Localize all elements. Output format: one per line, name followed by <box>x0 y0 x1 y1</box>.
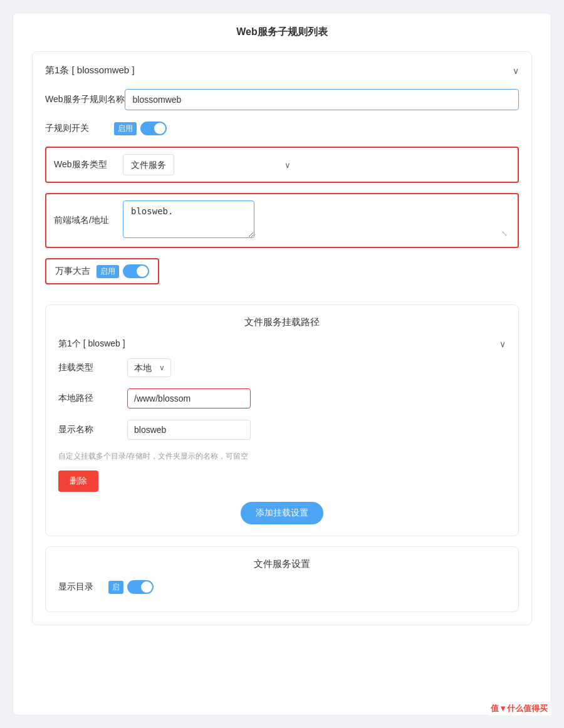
frontend-domain-outline: 前端域名/地址 blosweb. ⤡ <box>45 193 519 248</box>
mount-type-row: 挂载类型 本地 远程 S3 <box>58 358 506 377</box>
mount-hint-text: 自定义挂载多个目录/存储时，文件夹显示的名称，可留空 <box>58 451 506 462</box>
subrule-switch-row: 子规则开关 启用 <box>45 122 519 135</box>
subrule-toggle-text: 启用 <box>114 122 137 135</box>
watermark: 值▼什么值得买 <box>487 702 551 715</box>
rule-section-title: 第1条 [ blossomweb ] <box>45 65 135 76</box>
rule-section-header: 第1条 [ blossomweb ] ∨ <box>45 65 519 76</box>
show-directory-label: 显示目录 <box>58 581 108 593</box>
add-mount-button[interactable]: 添加挂载设置 <box>241 502 323 524</box>
local-path-label: 本地路径 <box>58 393 127 404</box>
rule-chevron-icon[interactable]: ∨ <box>513 66 519 76</box>
display-name-input[interactable] <box>127 420 251 440</box>
subrule-toggle-wrapper: 启用 <box>114 122 167 135</box>
rule-card: 第1条 [ blossomweb ] ∨ Web服务子规则名称 子规则开关 启用… <box>32 51 532 625</box>
show-directory-toggle[interactable] <box>127 580 154 594</box>
page-container: Web服务子规则列表 第1条 [ blossomweb ] ∨ Web服务子规则… <box>13 13 551 715</box>
rule-name-input[interactable] <box>125 89 519 110</box>
show-directory-row: 显示目录 启 <box>58 580 506 594</box>
local-path-row: 本地路径 <box>58 388 506 408</box>
auspicious-toggle-wrapper: 启用 <box>97 264 149 278</box>
service-type-row: Web服务类型 文件服务 反向代理 重定向 <box>54 154 510 175</box>
rule-name-row: Web服务子规则名称 <box>45 89 519 110</box>
service-type-select-wrapper: 文件服务 反向代理 重定向 <box>123 154 298 175</box>
file-mount-chevron-icon[interactable]: ∨ <box>499 339 506 349</box>
service-type-select[interactable]: 文件服务 反向代理 重定向 <box>123 154 174 175</box>
frontend-domain-input[interactable]: blosweb. <box>123 200 254 238</box>
file-service-settings-title: 文件服务设置 <box>58 558 506 570</box>
service-type-label: Web服务类型 <box>54 159 123 170</box>
auspicious-toggle[interactable] <box>123 264 149 278</box>
show-directory-toggle-text: 启 <box>108 581 123 594</box>
resize-icon: ⤡ <box>501 229 508 238</box>
file-mount-item-header: 第1个 [ blosweb ] ∨ <box>58 338 506 350</box>
local-path-input[interactable] <box>127 388 251 408</box>
file-mount-title: 文件服务挂载路径 <box>58 316 506 328</box>
frontend-domain-row: 前端域名/地址 blosweb. ⤡ <box>54 200 510 241</box>
frontend-textarea-wrapper: blosweb. ⤡ <box>123 200 510 241</box>
mount-type-label: 挂载类型 <box>58 362 127 373</box>
auspicious-label: 万事大吉 <box>55 266 90 277</box>
file-service-settings-card: 文件服务设置 显示目录 启 <box>45 546 519 612</box>
auspicious-outline: 万事大吉 启用 <box>45 258 159 284</box>
subrule-toggle[interactable] <box>140 122 167 135</box>
display-name-row: 显示名称 <box>58 420 506 440</box>
page-title: Web服务子规则列表 <box>32 26 532 39</box>
mount-type-select[interactable]: 本地 远程 S3 <box>127 358 171 377</box>
subrule-switch-label: 子规则开关 <box>45 123 114 134</box>
display-name-label: 显示名称 <box>58 424 127 435</box>
mount-type-select-wrapper: 本地 远程 S3 <box>127 358 171 377</box>
file-mount-card: 文件服务挂载路径 第1个 [ blosweb ] ∨ 挂载类型 本地 远程 S3 <box>45 304 519 536</box>
file-mount-item-title: 第1个 [ blosweb ] <box>58 338 125 350</box>
auspicious-toggle-text: 启用 <box>97 265 119 278</box>
delete-button[interactable]: 删除 <box>58 471 98 492</box>
frontend-domain-label: 前端域名/地址 <box>54 215 123 226</box>
service-type-outline: Web服务类型 文件服务 反向代理 重定向 <box>45 147 519 183</box>
show-directory-toggle-wrapper: 启 <box>108 580 154 594</box>
rule-name-label: Web服务子规则名称 <box>45 94 125 105</box>
